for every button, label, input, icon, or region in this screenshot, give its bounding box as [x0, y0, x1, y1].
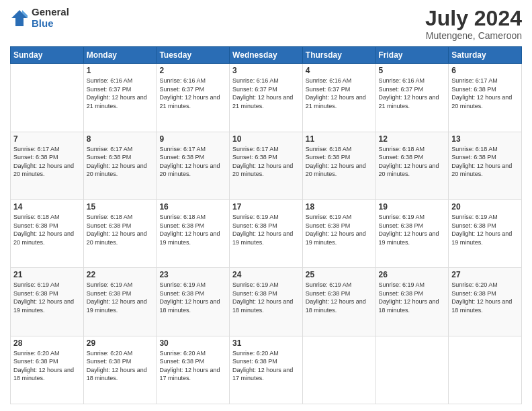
day-info: Sunrise: 6:18 AMSunset: 6:38 PMDaylight:… — [13, 214, 74, 246]
calendar-cell: 24 Sunrise: 6:19 AMSunset: 6:38 PMDaylig… — [230, 268, 303, 336]
calendar-cell: 5 Sunrise: 6:16 AMSunset: 6:37 PMDayligh… — [375, 64, 449, 132]
day-number: 20 — [451, 202, 519, 212]
day-number: 3 — [232, 66, 300, 75]
day-info: Sunrise: 6:19 AMSunset: 6:38 PMDaylight:… — [87, 281, 147, 314]
day-number: 25 — [306, 270, 373, 279]
calendar-cell — [449, 336, 522, 404]
day-info: Sunrise: 6:16 AMSunset: 6:37 PMDaylight:… — [159, 77, 220, 109]
day-number: 15 — [87, 202, 154, 212]
day-number: 18 — [306, 202, 373, 212]
month-year-title: July 2024 — [425, 7, 522, 30]
day-number: 28 — [13, 338, 81, 348]
calendar-week-2: 14 Sunrise: 6:18 AMSunset: 6:38 PMDaylig… — [11, 199, 522, 267]
day-number: 1 — [87, 66, 154, 75]
title-block: July 2024 Mutengene, Cameroon — [425, 7, 522, 41]
day-info: Sunrise: 6:19 AMSunset: 6:38 PMDaylight:… — [159, 281, 220, 314]
calendar-cell: 11 Sunrise: 6:18 AMSunset: 6:38 PMDaylig… — [302, 132, 375, 199]
day-info: Sunrise: 6:16 AMSunset: 6:37 PMDaylight:… — [379, 77, 439, 109]
col-wednesday: Wednesday — [230, 47, 303, 64]
day-info: Sunrise: 6:17 AMSunset: 6:38 PMDaylight:… — [87, 146, 147, 178]
day-info: Sunrise: 6:19 AMSunset: 6:38 PMDaylight:… — [379, 214, 439, 246]
day-number: 9 — [159, 134, 226, 144]
day-info: Sunrise: 6:20 AMSunset: 6:38 PMDaylight:… — [13, 350, 74, 382]
col-sunday: Sunday — [11, 47, 84, 64]
day-number: 14 — [13, 202, 81, 212]
day-number: 17 — [232, 202, 300, 212]
day-number: 13 — [451, 134, 519, 144]
calendar-week-0: 1 Sunrise: 6:16 AMSunset: 6:37 PMDayligh… — [11, 64, 522, 132]
calendar-cell: 1 Sunrise: 6:16 AMSunset: 6:37 PMDayligh… — [83, 64, 157, 132]
calendar-cell: 6 Sunrise: 6:17 AMSunset: 6:38 PMDayligh… — [449, 64, 522, 132]
calendar-cell: 15 Sunrise: 6:18 AMSunset: 6:38 PMDaylig… — [83, 199, 157, 267]
day-info: Sunrise: 6:19 AMSunset: 6:38 PMDaylight:… — [232, 281, 293, 314]
calendar-cell: 8 Sunrise: 6:17 AMSunset: 6:38 PMDayligh… — [83, 132, 157, 199]
calendar-cell: 14 Sunrise: 6:18 AMSunset: 6:38 PMDaylig… — [11, 199, 84, 267]
calendar-cell: 10 Sunrise: 6:17 AMSunset: 6:38 PMDaylig… — [230, 132, 303, 199]
calendar-cell: 23 Sunrise: 6:19 AMSunset: 6:38 PMDaylig… — [157, 268, 230, 336]
calendar-cell: 4 Sunrise: 6:16 AMSunset: 6:37 PMDayligh… — [302, 64, 375, 132]
calendar-cell: 31 Sunrise: 6:20 AMSunset: 6:38 PMDaylig… — [230, 336, 303, 404]
calendar-cell: 13 Sunrise: 6:18 AMSunset: 6:38 PMDaylig… — [449, 132, 522, 199]
day-info: Sunrise: 6:20 AMSunset: 6:38 PMDaylight:… — [232, 350, 293, 382]
day-number: 2 — [159, 66, 226, 75]
logo-icon — [10, 9, 29, 28]
day-info: Sunrise: 6:19 AMSunset: 6:38 PMDaylight:… — [379, 281, 439, 314]
calendar-cell: 25 Sunrise: 6:19 AMSunset: 6:38 PMDaylig… — [302, 268, 375, 336]
calendar-week-3: 21 Sunrise: 6:19 AMSunset: 6:38 PMDaylig… — [11, 268, 522, 336]
location-text: Mutengene, Cameroon — [425, 30, 522, 41]
day-info: Sunrise: 6:16 AMSunset: 6:37 PMDaylight:… — [232, 77, 293, 109]
calendar-cell: 26 Sunrise: 6:19 AMSunset: 6:38 PMDaylig… — [375, 268, 449, 336]
calendar-cell: 30 Sunrise: 6:20 AMSunset: 6:38 PMDaylig… — [157, 336, 230, 404]
logo-general-text: General — [32, 7, 69, 18]
day-number: 31 — [232, 338, 300, 348]
col-tuesday: Tuesday — [157, 47, 230, 64]
calendar-cell: 3 Sunrise: 6:16 AMSunset: 6:37 PMDayligh… — [230, 64, 303, 132]
day-number: 12 — [379, 134, 446, 144]
day-info: Sunrise: 6:19 AMSunset: 6:38 PMDaylight:… — [306, 281, 366, 314]
day-info: Sunrise: 6:19 AMSunset: 6:38 PMDaylight:… — [306, 214, 366, 246]
calendar-cell — [302, 336, 375, 404]
col-saturday: Saturday — [449, 47, 522, 64]
col-thursday: Thursday — [302, 47, 375, 64]
header: General Blue July 2024 Mutengene, Camero… — [10, 7, 522, 41]
day-info: Sunrise: 6:18 AMSunset: 6:38 PMDaylight:… — [87, 214, 147, 246]
day-number: 29 — [87, 338, 154, 348]
calendar-cell: 29 Sunrise: 6:20 AMSunset: 6:38 PMDaylig… — [83, 336, 157, 404]
day-info: Sunrise: 6:16 AMSunset: 6:37 PMDaylight:… — [306, 77, 366, 109]
logo-text: General Blue — [32, 7, 69, 29]
day-info: Sunrise: 6:19 AMSunset: 6:38 PMDaylight:… — [232, 214, 293, 246]
day-number: 10 — [232, 134, 300, 144]
calendar-cell: 20 Sunrise: 6:19 AMSunset: 6:38 PMDaylig… — [449, 199, 522, 267]
day-info: Sunrise: 6:16 AMSunset: 6:37 PMDaylight:… — [87, 77, 147, 109]
day-info: Sunrise: 6:19 AMSunset: 6:38 PMDaylight:… — [451, 214, 512, 246]
calendar-cell: 21 Sunrise: 6:19 AMSunset: 6:38 PMDaylig… — [11, 268, 84, 336]
day-info: Sunrise: 6:18 AMSunset: 6:38 PMDaylight:… — [159, 214, 220, 246]
calendar-cell — [11, 64, 84, 132]
day-info: Sunrise: 6:18 AMSunset: 6:38 PMDaylight:… — [306, 146, 366, 178]
day-number: 8 — [87, 134, 154, 144]
day-info: Sunrise: 6:17 AMSunset: 6:38 PMDaylight:… — [13, 146, 74, 178]
day-number: 22 — [87, 270, 154, 279]
day-info: Sunrise: 6:17 AMSunset: 6:38 PMDaylight:… — [159, 146, 220, 178]
logo-blue-text: Blue — [32, 18, 69, 30]
calendar-cell — [375, 336, 449, 404]
day-info: Sunrise: 6:20 AMSunset: 6:38 PMDaylight:… — [159, 350, 220, 382]
day-number: 21 — [13, 270, 81, 279]
calendar-cell: 19 Sunrise: 6:19 AMSunset: 6:38 PMDaylig… — [375, 199, 449, 267]
col-monday: Monday — [83, 47, 157, 64]
day-info: Sunrise: 6:17 AMSunset: 6:38 PMDaylight:… — [451, 77, 512, 109]
svg-marker-0 — [11, 10, 28, 26]
day-info: Sunrise: 6:18 AMSunset: 6:38 PMDaylight:… — [379, 146, 439, 178]
calendar-page: General Blue July 2024 Mutengene, Camero… — [0, 0, 532, 411]
calendar-cell: 17 Sunrise: 6:19 AMSunset: 6:38 PMDaylig… — [230, 199, 303, 267]
day-number: 27 — [451, 270, 519, 279]
calendar-header-row: Sunday Monday Tuesday Wednesday Thursday… — [11, 47, 522, 64]
day-number: 23 — [159, 270, 226, 279]
day-number: 4 — [306, 66, 373, 75]
day-info: Sunrise: 6:20 AMSunset: 6:38 PMDaylight:… — [87, 350, 147, 382]
calendar-week-1: 7 Sunrise: 6:17 AMSunset: 6:38 PMDayligh… — [11, 132, 522, 199]
calendar-table: Sunday Monday Tuesday Wednesday Thursday… — [10, 46, 522, 404]
day-number: 19 — [379, 202, 446, 212]
day-number: 6 — [451, 66, 519, 75]
day-number: 5 — [379, 66, 446, 75]
